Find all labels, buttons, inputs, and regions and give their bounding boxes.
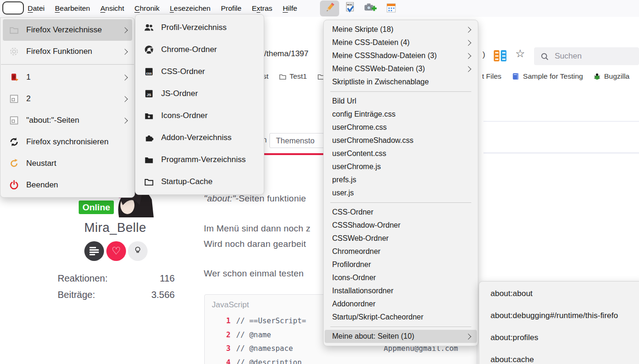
menu-separator <box>330 91 471 92</box>
menu3-item-user-js[interactable]: user.js <box>324 186 478 200</box>
menu1-item-firefox-verzeichnisse[interactable]: Firefox Verzeichnisse <box>3 19 132 41</box>
menu2-item-js-ordner[interactable]: JS JS-Ordner <box>135 82 264 104</box>
menu1-item-firefox-synchronisieren[interactable]: Firefox synchronisieren <box>0 131 134 153</box>
code-line: 4// @description <box>220 358 302 364</box>
search-input[interactable] <box>554 51 631 61</box>
menu2-item-chrome-ordner[interactable]: Chrome-Ordner <box>135 38 264 60</box>
stat-label: Reaktionen: <box>58 273 108 284</box>
menubar-item-lesezeichen[interactable]: Lesezeichen <box>164 4 215 13</box>
menu3-item-addonordner[interactable]: Addonordner <box>324 297 478 311</box>
svg-text:css: css <box>146 71 152 75</box>
orange-table-icon <box>386 2 397 15</box>
menu3-item-css-ordner[interactable]: CSS-Ordner <box>324 206 478 219</box>
code-language-label: JavaScript <box>212 300 249 310</box>
submenu-chevron-icon <box>122 96 128 102</box>
menu3-item-icons-ordner[interactable]: Icons-Ordner <box>324 271 478 284</box>
menubar-item-bearbeiten[interactable]: Bearbeiten <box>50 4 95 13</box>
menu3-item-skriptliste[interactable]: Skriptliste in Zwischenablage <box>324 75 478 89</box>
address-bar-text-fragment: ) <box>483 50 485 59</box>
menu3-item-prefs-js[interactable]: prefs.js <box>324 173 478 186</box>
content-divider-line <box>483 121 639 122</box>
bookmark-test-files[interactable]: t Files <box>482 72 501 81</box>
menu3-item-usercontent-css[interactable]: userContent.css <box>324 147 478 160</box>
menu3-item-userchrome-css[interactable]: userChrome.css <box>324 121 478 134</box>
blue-battery-extension-icon[interactable] <box>501 50 506 61</box>
power-icon <box>8 179 20 191</box>
posts-button[interactable] <box>84 241 104 261</box>
stat-row-reaktionen: Reaktionen: 116 <box>58 273 175 284</box>
menu2-item-css-ordner[interactable]: css CSS-Ordner <box>135 60 264 82</box>
menu2-item-startup-cache[interactable]: Startup-Cache <box>135 171 264 193</box>
menu3-item-startup-skript-cacheordner[interactable]: Startup/Skript-Cacheordner <box>324 311 478 324</box>
menu3-item-profilordner[interactable]: Profilordner <box>324 258 478 271</box>
menubar-item-extras[interactable]: Extras <box>246 4 277 13</box>
thread-tab-themenstarter[interactable]: Themensto <box>269 133 326 148</box>
menu3-item-chromeordner[interactable]: Chromeordner <box>324 245 478 258</box>
stat-value: 3.566 <box>151 290 175 300</box>
stat-row-beitraege: Beiträge: 3.566 <box>58 290 175 300</box>
window-frame-icon <box>8 93 20 105</box>
menu3-item-meine-cssshadow-dateien[interactable]: Meine CSSShadow-Dateien (3) <box>324 49 478 62</box>
w3c-validator-button[interactable]: W3C <box>343 2 357 15</box>
menu1-item-beenden[interactable]: Beenden <box>0 174 134 196</box>
screenshot-button[interactable] <box>364 2 378 15</box>
reactions-heart-button[interactable]: ♡ <box>106 241 126 261</box>
menu3-item-meine-cssweb-dateien[interactable]: Meine CSSWeb-Dateien (3) <box>324 62 478 75</box>
js-badge-icon: JS <box>143 88 155 99</box>
address-bar-url-fragment[interactable]: /thema/1397 <box>264 49 309 59</box>
content-divider-line <box>483 152 639 154</box>
menu3-item-userchromeshadow-css[interactable]: userChromeShadow.css <box>324 134 478 147</box>
menubar-item-datei[interactable]: Datei <box>22 4 50 13</box>
bookmark-bugzilla[interactable]: Bugzilla <box>593 72 629 81</box>
online-status-badge: Online <box>79 201 114 214</box>
css-badge-icon: css <box>143 66 155 77</box>
menu3-item-meine-css-dateien[interactable]: Meine CSS-Dateien (4) <box>324 36 478 49</box>
userchromejs-menu-button[interactable] <box>320 0 339 16</box>
menu3-item-installationsordner[interactable]: Installationsordner <box>324 284 478 297</box>
table-button[interactable] <box>385 3 397 15</box>
menu3-item-config-eintraege-css[interactable]: config Einträge.css <box>324 108 478 121</box>
menu2-item-addon-verzeichniss[interactable]: Addon-Verzeichniss <box>135 126 264 149</box>
bookmark-folder-test1[interactable]: Test1 <box>279 72 307 81</box>
menu3-item-userchrome-js[interactable]: userChrome.js <box>324 160 478 173</box>
menu1-item-about-seiten[interactable]: "about:"-Seiten <box>0 110 134 131</box>
menu4-item-about-about[interactable]: about:about <box>479 282 639 305</box>
menu-separator <box>1 64 134 65</box>
code-line: 1// ==UserScript= <box>220 317 306 325</box>
submenu-chevron-icon <box>122 49 128 55</box>
orange-battery-extension-icon[interactable] <box>494 50 499 61</box>
ideas-button[interactable] <box>128 241 148 261</box>
menu1-item-2[interactable]: 2 <box>0 88 134 110</box>
menu3-item-meine-about-seiten[interactable]: Meine about: Seiten (10) <box>325 330 477 343</box>
appmenu-root-menu: Firefox Verzeichnisse Firefox Funktionen… <box>0 17 135 198</box>
menubar-item-hilfe[interactable]: Hilfe <box>277 4 302 13</box>
menu3-item-cssshadow-ordner[interactable]: CSSShadow-Ordner <box>324 219 478 232</box>
menu3-item-bild-url[interactable]: Bild Url <box>324 95 478 108</box>
search-bar[interactable] <box>534 47 639 65</box>
lightbulb-icon <box>133 245 142 257</box>
bookmark-sample-for-testing[interactable]: Sample for Testing <box>512 72 583 81</box>
menu3-item-meine-skripte[interactable]: Meine Skripte (18) <box>324 23 478 36</box>
menu4-item-about-cache[interactable]: about:cache <box>479 349 639 364</box>
menu2-item-programm-verzeichniss[interactable]: Programm-Verzeichniss <box>135 149 264 171</box>
menubar-item-profile[interactable]: Profile <box>216 4 247 13</box>
bookmark-star-icon[interactable]: ☆ <box>515 48 525 59</box>
code-line: 3// @namespaceAppmenu@gmail.com <box>220 344 293 353</box>
menu1-item-neustart[interactable]: Neustart <box>0 153 134 174</box>
menu2-item-icons-ordner[interactable]: Icons-Ordner <box>135 104 264 126</box>
menu1-item-firefox-funktionen[interactable]: Firefox Funktionen <box>0 41 134 62</box>
submenu-chevron-icon <box>122 118 128 124</box>
menu2-item-profil-verzeichniss[interactable]: Profil-Verzeichniss <box>135 16 264 38</box>
menubar-item-chronik[interactable]: Chronik <box>129 4 164 13</box>
menu3-item-cssweb-ordner[interactable]: CSSWeb-Ordner <box>324 232 478 245</box>
gear-icon <box>8 46 20 58</box>
tab-stub-button[interactable] <box>2 1 24 15</box>
green-bug-icon <box>593 73 601 81</box>
profile-username[interactable]: Mira_Belle <box>47 221 184 235</box>
folder-icon <box>279 73 287 81</box>
menu4-item-about-profiles[interactable]: about:profiles <box>479 327 639 349</box>
menu4-item-about-debugging[interactable]: about:debugging#/runtime/this-firefo <box>479 305 639 327</box>
menubar-item-ansicht[interactable]: Ansicht <box>95 4 129 13</box>
post-paragraph: Im Menü sind dann noch z <box>204 223 311 234</box>
menu1-item-1[interactable]: 1 <box>0 67 134 88</box>
